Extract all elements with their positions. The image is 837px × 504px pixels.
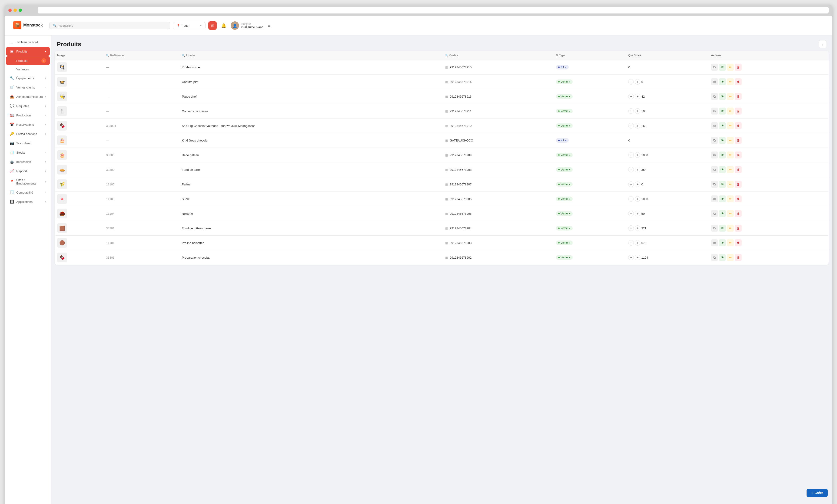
sidebar-item-requetes[interactable]: 💬 Requêtes › <box>6 101 50 110</box>
view-button[interactable]: 👁 <box>719 93 726 100</box>
delete-button[interactable]: 🗑 <box>735 151 742 158</box>
view-button[interactable]: 👁 <box>719 195 726 202</box>
hamburger-menu-button[interactable]: ≡ <box>268 23 271 29</box>
search-input[interactable] <box>58 24 167 27</box>
type-badge[interactable]: Vente ▾ <box>556 94 573 99</box>
copy-button[interactable]: ⧉ <box>711 151 718 158</box>
delete-button[interactable]: 🗑 <box>735 254 742 261</box>
url-bar[interactable] <box>38 7 829 14</box>
type-badge[interactable]: Kit ▾ <box>556 65 569 70</box>
delete-button[interactable]: 🗑 <box>735 181 742 188</box>
qty-increase-button[interactable]: + <box>635 211 640 216</box>
edit-button[interactable]: ✏ <box>727 78 734 85</box>
edit-button[interactable]: ✏ <box>727 239 734 246</box>
type-badge[interactable]: Vente ▾ <box>556 226 573 230</box>
delete-button[interactable]: 🗑 <box>735 239 742 246</box>
view-button[interactable]: 👁 <box>719 254 726 261</box>
qty-decrease-button[interactable]: − <box>628 108 634 114</box>
qty-decrease-button[interactable]: − <box>628 182 634 187</box>
type-badge[interactable]: Kit ▾ <box>556 138 569 143</box>
view-button[interactable]: 👁 <box>719 122 726 129</box>
copy-button[interactable]: ⧉ <box>711 239 718 246</box>
more-options-button[interactable]: ⋮ <box>819 40 827 48</box>
copy-button[interactable]: ⧉ <box>711 225 718 232</box>
edit-button[interactable]: ✏ <box>727 225 734 232</box>
type-badge[interactable]: Vente ▾ <box>556 124 573 128</box>
sidebar-item-tableau-de-bord[interactable]: ⊞ Tableau de bord <box>6 38 50 46</box>
copy-button[interactable]: ⧉ <box>711 210 718 217</box>
edit-button[interactable]: ✏ <box>727 122 734 129</box>
user-profile[interactable]: 👤 Bonjour Guillaume Blanc <box>231 21 263 30</box>
view-button[interactable]: 👁 <box>719 210 726 217</box>
copy-button[interactable]: ⧉ <box>711 137 718 144</box>
sidebar-item-scan-direct[interactable]: 📷 Scan direct <box>6 139 50 148</box>
type-badge[interactable]: Vente ▾ <box>556 182 573 187</box>
qty-decrease-button[interactable]: − <box>628 167 634 172</box>
qty-increase-button[interactable]: + <box>635 167 640 172</box>
edit-button[interactable]: ✏ <box>727 210 734 217</box>
view-button[interactable]: 👁 <box>719 151 726 158</box>
qty-decrease-button[interactable]: − <box>628 123 634 129</box>
qty-increase-button[interactable]: + <box>635 225 640 231</box>
sidebar-item-production[interactable]: 🏭 Production › <box>6 111 50 120</box>
edit-button[interactable]: ✏ <box>727 166 734 173</box>
qty-increase-button[interactable]: + <box>635 123 640 129</box>
edit-button[interactable]: ✏ <box>727 151 734 158</box>
edit-button[interactable]: ✏ <box>727 93 734 100</box>
delete-button[interactable]: 🗑 <box>735 166 742 173</box>
view-button[interactable]: 👁 <box>719 64 726 71</box>
sidebar-item-impression[interactable]: 🖨️ Impression › <box>6 157 50 166</box>
sidebar-item-sites-emplacements[interactable]: 📍 Sites / Emplacements › <box>6 176 50 188</box>
copy-button[interactable]: ⧉ <box>711 108 718 115</box>
type-badge[interactable]: Vente ▾ <box>556 109 573 113</box>
type-badge[interactable]: Vente ▾ <box>556 211 573 216</box>
sidebar-sub-item-variantes[interactable]: Variantes <box>6 66 50 73</box>
qty-decrease-button[interactable]: − <box>628 94 634 99</box>
delete-button[interactable]: 🗑 <box>735 225 742 232</box>
sidebar-item-produits[interactable]: ▣ Produits ▾ <box>6 47 50 56</box>
view-button[interactable]: 👁 <box>719 239 726 246</box>
delete-button[interactable]: 🗑 <box>735 64 742 71</box>
create-product-button[interactable]: + Créer <box>806 489 828 497</box>
sidebar-item-stocks[interactable]: 📊 Stocks › <box>6 148 50 157</box>
qty-decrease-button[interactable]: − <box>628 225 634 231</box>
qty-increase-button[interactable]: + <box>635 196 640 202</box>
qty-increase-button[interactable]: + <box>635 79 640 85</box>
sidebar-item-reservations[interactable]: 📅 Réservations › <box>6 120 50 129</box>
delete-button[interactable]: 🗑 <box>735 108 742 115</box>
qty-decrease-button[interactable]: − <box>628 211 634 216</box>
qty-decrease-button[interactable]: − <box>628 79 634 85</box>
edit-button[interactable]: ✏ <box>727 195 734 202</box>
sidebar-item-comptabilite[interactable]: 🧾 Comptabilité › <box>6 188 50 197</box>
delete-button[interactable]: 🗑 <box>735 210 742 217</box>
qty-increase-button[interactable]: + <box>635 152 640 158</box>
qty-increase-button[interactable]: + <box>635 108 640 114</box>
sidebar-item-rapport[interactable]: 📈 Rapport › <box>6 167 50 175</box>
edit-button[interactable]: ✏ <box>727 181 734 188</box>
view-button[interactable]: 👁 <box>719 78 726 85</box>
copy-button[interactable]: ⧉ <box>711 254 718 261</box>
add-produit-button[interactable]: + <box>41 58 46 63</box>
type-badge[interactable]: Vente ▾ <box>556 79 573 84</box>
type-badge[interactable]: Vente ▾ <box>556 255 573 260</box>
close-button[interactable] <box>8 8 12 12</box>
copy-button[interactable]: ⧉ <box>711 122 718 129</box>
copy-button[interactable]: ⧉ <box>711 78 718 85</box>
delete-button[interactable]: 🗑 <box>735 93 742 100</box>
copy-button[interactable]: ⧉ <box>711 93 718 100</box>
sidebar-item-achats-fournisseurs[interactable]: 📥 Achats fournisseurs › <box>6 92 50 101</box>
minimize-button[interactable] <box>14 8 17 12</box>
type-badge[interactable]: Vente ▾ <box>556 197 573 201</box>
delete-button[interactable]: 🗑 <box>735 137 742 144</box>
copy-button[interactable]: ⧉ <box>711 195 718 202</box>
sidebar-item-prets-locations[interactable]: 🔑 Prêts/Locations › <box>6 129 50 138</box>
location-select[interactable]: 📍 Tous ▼ <box>173 22 206 29</box>
type-badge[interactable]: Vente ▾ <box>556 167 573 172</box>
edit-button[interactable]: ✏ <box>727 108 734 115</box>
edit-button[interactable]: ✏ <box>727 64 734 71</box>
view-button[interactable]: 👁 <box>719 166 726 173</box>
qty-decrease-button[interactable]: − <box>628 255 634 260</box>
qty-decrease-button[interactable]: − <box>628 152 634 158</box>
apps-icon-button[interactable]: ⊞ <box>208 21 217 30</box>
qty-increase-button[interactable]: + <box>635 255 640 260</box>
